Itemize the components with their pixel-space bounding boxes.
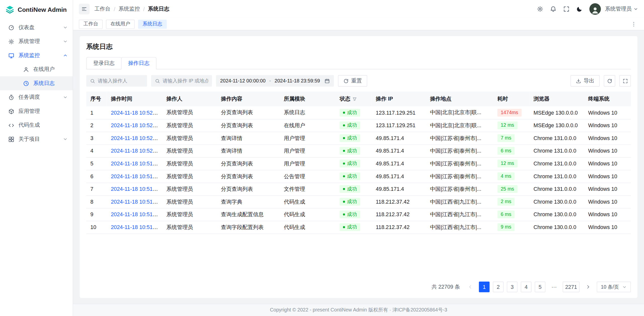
- tab-login-log[interactable]: 登录日志: [86, 57, 122, 69]
- table-refresh-button[interactable]: [604, 75, 615, 87]
- avatar[interactable]: [589, 3, 601, 15]
- cell-os: Windows 10: [584, 106, 631, 119]
- page-number-button[interactable]: 2271: [563, 282, 580, 292]
- page-size-select[interactable]: 10 条/页: [597, 282, 631, 292]
- breadcrumb-item[interactable]: 工作台: [95, 5, 111, 13]
- prev-page-button[interactable]: [465, 282, 475, 292]
- monitor-icon: [8, 52, 14, 58]
- status-text: 成功: [347, 109, 357, 116]
- opened-tab-workbench[interactable]: 工作台: [79, 20, 103, 29]
- log-time-link[interactable]: 2024-11-18 10:51:52: [111, 186, 160, 192]
- cell-module: 代码生成: [280, 208, 336, 221]
- status-badge: 成功: [340, 121, 360, 129]
- cell-browser: Chrome 131.0.0.0: [529, 157, 584, 170]
- operator-search-input[interactable]: [98, 78, 143, 84]
- copyright-text: Copyright © 2022 - present ContiNew Admi…: [270, 307, 447, 314]
- cell-module: 在线用户: [280, 119, 336, 132]
- sidebar-item-about-project[interactable]: 关于项目: [0, 132, 73, 146]
- sidebar-item-app-management[interactable]: 应用管理: [0, 104, 73, 118]
- sidebar-item-system-management[interactable]: 系统管理: [0, 34, 73, 49]
- ip-search-input[interactable]: [163, 78, 208, 84]
- status-text: 成功: [347, 122, 357, 129]
- header: 工作台 / 系统监控 / 系统日志: [73, 0, 644, 18]
- status-text: 成功: [347, 224, 357, 231]
- reset-button[interactable]: 重置: [338, 75, 367, 87]
- tab-operation-log[interactable]: 操作日志: [121, 57, 156, 69]
- sidebar-item-system-log[interactable]: 系统日志: [0, 76, 73, 91]
- cell-duration: 12 ms: [493, 119, 530, 132]
- sidebar: ContiNew Admin 仪表盘 系统管理 系统监控 在线用户: [0, 0, 73, 316]
- page-number-button[interactable]: 3: [507, 282, 517, 292]
- page-number-button[interactable]: 2: [493, 282, 503, 292]
- theme-toggle-button[interactable]: [574, 3, 585, 15]
- filter-icon[interactable]: [352, 97, 357, 101]
- status-text: 成功: [347, 198, 357, 205]
- log-time-link[interactable]: 2024-11-18 10:52:05: [111, 148, 160, 154]
- table-fullscreen-button[interactable]: [619, 75, 631, 87]
- cell-module: 代码生成: [280, 195, 336, 208]
- log-time-link[interactable]: 2024-11-18 10:51:50: [111, 199, 160, 205]
- cell-os: Windows 10: [584, 195, 631, 208]
- log-time-link[interactable]: 2024-11-18 10:52:47: [111, 122, 160, 128]
- export-button[interactable]: 导出: [571, 75, 600, 87]
- sidebar-item-label: 仪表盘: [18, 24, 59, 31]
- cell-browser: Chrome 130.0.0.0: [529, 221, 584, 234]
- log-time-link[interactable]: 2024-11-18 10:51:53: [111, 173, 160, 179]
- code-icon: [8, 122, 14, 128]
- app-logo[interactable]: ContiNew Admin: [0, 0, 73, 19]
- opened-tab-system-log[interactable]: 系统日志: [138, 20, 167, 29]
- date-range-start[interactable]: 2024-11-12 00:00:00: [220, 78, 265, 84]
- gear-icon: [8, 38, 14, 44]
- cell-location: 中国|江西省|九江市|...: [426, 208, 493, 221]
- dashboard-icon: [8, 24, 14, 30]
- cell-location: 中国|江西省|九江市|...: [426, 195, 493, 208]
- cell-operator: 系统管理员: [162, 170, 217, 183]
- sidebar-item-system-monitor[interactable]: 系统监控: [0, 49, 73, 63]
- page-number-button[interactable]: 1: [479, 282, 490, 292]
- log-time-link[interactable]: 2024-11-18 10:51:49: [111, 224, 160, 230]
- cell-index: 1: [86, 106, 107, 119]
- settings-button[interactable]: [534, 3, 546, 15]
- log-time-link[interactable]: 2024-11-18 10:51:55: [111, 160, 160, 166]
- opened-tab-label: 系统日志: [143, 21, 162, 28]
- status-badge: 成功: [340, 147, 360, 155]
- page-number-button[interactable]: ···: [549, 282, 559, 292]
- notifications-button[interactable]: [547, 3, 559, 15]
- cell-browser: Chrome 131.0.0.0: [529, 183, 584, 196]
- opened-tab-online-users[interactable]: 在线用户: [106, 20, 135, 29]
- user-name[interactable]: 系统管理员: [605, 5, 632, 13]
- status-dot: [343, 124, 345, 126]
- opened-tab-label: 工作台: [83, 21, 98, 28]
- opened-tabs-bar: 工作台 在线用户 系统日志: [73, 18, 644, 30]
- sidebar-item-code-generation[interactable]: 代码生成: [0, 118, 73, 132]
- breadcrumb-separator: /: [114, 6, 115, 12]
- cell-os: Windows 10: [584, 170, 631, 183]
- cell-os: Windows 10: [584, 145, 631, 157]
- duration-badge: 4 ms: [497, 172, 515, 180]
- log-time-link[interactable]: 2024-11-18 10:51:49: [111, 211, 160, 217]
- status-dot: [343, 213, 345, 215]
- fullscreen-button[interactable]: [561, 3, 572, 15]
- next-page-button[interactable]: [583, 282, 593, 292]
- cell-location: 中国|江苏省|泰州市|...: [426, 145, 493, 157]
- chevron-down-icon[interactable]: [633, 7, 638, 12]
- table-row: 2 2024-11-18 10:52:47 系统管理员 分页查询列表 在线用户 …: [86, 119, 631, 132]
- date-range-end[interactable]: 2024-11-18 23:59:59: [275, 78, 320, 84]
- page-number-button[interactable]: 4: [521, 282, 531, 292]
- cell-module: 文件管理: [280, 183, 336, 196]
- log-time-link[interactable]: 2024-11-18 10:52:55: [111, 110, 160, 116]
- log-time-link[interactable]: 2024-11-18 10:52:12: [111, 135, 160, 141]
- cell-status: 成功: [336, 195, 372, 208]
- cell-index: 3: [86, 132, 107, 145]
- chevron-down-icon: [63, 137, 68, 142]
- sidebar-item-task-schedule[interactable]: 任务调度: [0, 90, 73, 104]
- sidebar-item-online-users[interactable]: 在线用户: [0, 62, 73, 76]
- page-number-button[interactable]: 5: [535, 282, 545, 292]
- sidebar-collapse-button[interactable]: [79, 4, 89, 14]
- tabs-more-button[interactable]: [629, 20, 638, 29]
- header-actions: 系统管理员: [534, 3, 638, 15]
- date-range-picker[interactable]: 2024-11-12 00:00:00 - 2024-11-18 23:59:5…: [216, 75, 334, 87]
- sidebar-item-dashboard[interactable]: 仪表盘: [0, 21, 73, 35]
- breadcrumb-item[interactable]: 系统监控: [118, 5, 140, 13]
- cell-duration: 1474ms: [493, 106, 530, 119]
